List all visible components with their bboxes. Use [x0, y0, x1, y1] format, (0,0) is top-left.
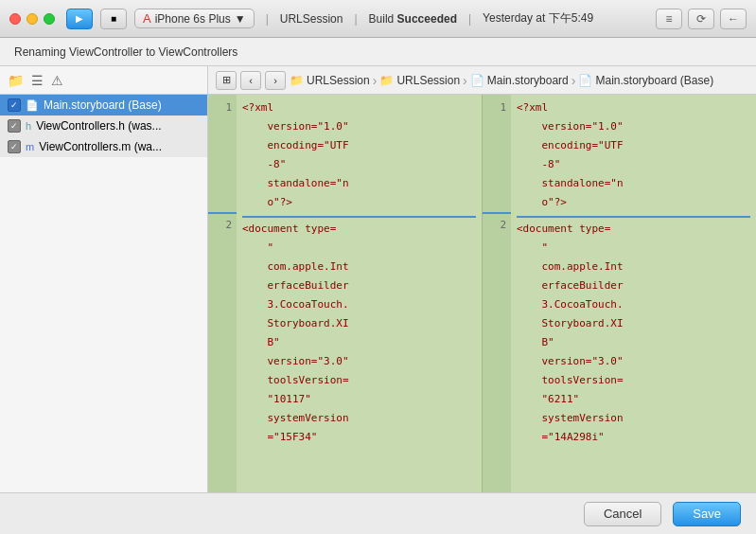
- sidebar: 📁 ☰ ⚠ ✓ 📄 Main.storyboard (Base) ✓ h Vie…: [0, 66, 208, 492]
- diff-right-line-7: <document type=: [517, 220, 750, 239]
- lines-icon: ≡: [665, 12, 672, 26]
- diff-right-line-10: erfaceBuilder: [517, 276, 750, 295]
- line-num-1-right: 1: [483, 98, 511, 117]
- folder-icon[interactable]: 📁: [8, 73, 24, 88]
- diff-right-line-3: encoding="UTF: [517, 136, 750, 155]
- list-icon[interactable]: ☰: [31, 73, 44, 88]
- line-num-1-left: 1: [208, 98, 237, 117]
- breadcrumb: 📁 URLSession › 📁 URLSession › 📄 Main.sto…: [290, 73, 713, 88]
- breadcrumb-sep-1: ›: [373, 73, 378, 88]
- prev-nav-button[interactable]: ‹: [240, 71, 261, 90]
- diff-left-line-15: toolsVersion=: [242, 371, 476, 390]
- warning-icon[interactable]: ⚠: [51, 73, 63, 88]
- diff-left-code[interactable]: <?xml version="1.0" encoding="UTF -8" st…: [237, 95, 482, 492]
- line-num-2-left: 2: [208, 212, 237, 231]
- grid-icon: ⊞: [222, 74, 231, 86]
- save-button[interactable]: Save: [673, 502, 741, 526]
- diff-left-line-5: standalone="n: [242, 174, 476, 193]
- sidebar-item-m[interactable]: ✓ m ViewControllers.m (wa...: [0, 136, 207, 157]
- close-button[interactable]: [9, 13, 21, 25]
- rotate-icon-button[interactable]: ⟳: [688, 9, 714, 29]
- m-file-icon: m: [26, 141, 34, 152]
- checkbox-m[interactable]: ✓: [8, 140, 21, 153]
- diff-nav: ⊞ ‹ › 📁 URLSession › 📁 URLSession › 📄 Ma…: [208, 66, 756, 95]
- next-icon: ›: [273, 75, 277, 86]
- breadcrumb-storyboard[interactable]: Main.storyboard: [487, 74, 569, 87]
- sidebar-toolbar: 📁 ☰ ⚠: [0, 66, 207, 95]
- diff-content: 1 2 <?xml version="1.0" encoding="UTF -8…: [208, 95, 756, 492]
- traffic-lights: [9, 13, 55, 25]
- diff-left-line-3: encoding="UTF: [242, 136, 476, 155]
- xcode-icon: A: [143, 11, 151, 26]
- next-nav-button[interactable]: ›: [265, 71, 286, 90]
- diff-left-line-6: o"?>: [242, 193, 476, 212]
- diff-left-block-2: <document type= " com.apple.Int erfaceBu…: [242, 216, 476, 447]
- diff-left-line-12: Storyboard.XI: [242, 314, 476, 333]
- diff-right-line-1: <?xml: [517, 98, 750, 117]
- diff-right-line-6: o"?>: [517, 193, 750, 212]
- diff-right-line-11: 3.CocoaTouch.: [517, 295, 750, 314]
- diff-left-pane: 1 2 <?xml version="1.0" encoding="UTF -8…: [208, 95, 482, 492]
- diff-right-line-14: version="3.0": [517, 352, 750, 371]
- diff-left-line-16: "10117": [242, 390, 476, 409]
- breadcrumb-group[interactable]: URLSession: [396, 74, 460, 87]
- breadcrumb-storyboard-base[interactable]: Main.storyboard (Base): [595, 74, 713, 87]
- line-num-2-right: 2: [483, 212, 511, 231]
- checkbox-storyboard[interactable]: ✓: [8, 98, 21, 112]
- diff-right-line-17: systemVersion: [517, 409, 750, 428]
- sidebar-item-storyboard[interactable]: ✓ 📄 Main.storyboard (Base): [0, 95, 207, 116]
- diff-left-line-17: systemVersion: [242, 409, 476, 428]
- diff-right-line-18: ="14A298i": [517, 428, 750, 447]
- titlebar-right-buttons: ≡ ⟳ ←: [656, 9, 747, 29]
- lines-icon-button[interactable]: ≡: [656, 9, 682, 29]
- diff-right-line-16: "6211": [517, 390, 750, 409]
- rotate-icon: ⟳: [696, 12, 706, 26]
- breadcrumb-project[interactable]: URLSession: [307, 74, 370, 87]
- scheme-selector[interactable]: A iPhone 6s Plus ▼: [134, 9, 255, 28]
- stop-button[interactable]: ■: [100, 9, 127, 29]
- diff-right-line-8: ": [517, 239, 750, 258]
- diff-left-line-14: version="3.0": [242, 352, 476, 371]
- m-label: ViewControllers.m (wa...: [39, 140, 200, 153]
- prev-icon: ‹: [249, 75, 253, 86]
- minimize-button[interactable]: [26, 13, 38, 25]
- maximize-button[interactable]: [44, 13, 55, 25]
- diff-right-code[interactable]: <?xml version="1.0" encoding="UTF -8" st…: [511, 95, 756, 492]
- header-file-icon: h: [26, 120, 31, 132]
- cancel-button[interactable]: Cancel: [584, 502, 661, 526]
- diff-right-line-13: B": [517, 333, 750, 352]
- diff-right-line-9: com.apple.Int: [517, 258, 750, 276]
- back-icon-button[interactable]: ←: [720, 9, 747, 29]
- separator-2: |: [354, 12, 357, 26]
- breadcrumb-sep-2: ›: [463, 73, 467, 88]
- build-succeeded: Succeeded: [397, 12, 457, 26]
- stop-icon: ■: [111, 13, 116, 24]
- checkbox-header[interactable]: ✓: [8, 119, 21, 133]
- diff-left-line-10: erfaceBuilder: [242, 276, 476, 295]
- diff-right-line-4: -8": [517, 155, 750, 174]
- storyboard-label: Main.storyboard (Base): [44, 98, 200, 112]
- diff-right-line-2: version="1.0": [517, 117, 750, 136]
- play-button[interactable]: ▶: [66, 9, 93, 29]
- grid-view-icon[interactable]: ⊞: [216, 71, 237, 90]
- diff-right-block-1: <?xml version="1.0" encoding="UTF -8" st…: [517, 98, 750, 212]
- diff-right-line-5: standalone="n: [517, 174, 750, 193]
- device-label: iPhone 6s Plus: [155, 12, 231, 26]
- diff-right-pane: 1 2 <?xml version="1.0" encoding="UTF -8…: [483, 95, 756, 492]
- back-icon: ←: [728, 12, 739, 26]
- bottom-bar: Cancel Save: [0, 492, 756, 534]
- diff-left-line-9: com.apple.Int: [242, 258, 476, 276]
- diff-right-line-12: Storyboard.XI: [517, 314, 750, 333]
- diff-left-line-13: B": [242, 333, 476, 352]
- diff-left-line-numbers: 1 2: [208, 95, 237, 492]
- sidebar-file-list: ✓ 📄 Main.storyboard (Base) ✓ h ViewContr…: [0, 95, 207, 492]
- folder-icon-2: 📁: [379, 74, 394, 87]
- sidebar-item-header[interactable]: ✓ h ViewControllers.h (was...: [0, 116, 207, 136]
- diff-left-line-2: version="1.0": [242, 117, 476, 136]
- main-content: 📁 ☰ ⚠ ✓ 📄 Main.storyboard (Base) ✓ h Vie…: [0, 66, 756, 492]
- diff-left-line-11: 3.CocoaTouch.: [242, 295, 476, 314]
- separator-3: |: [468, 12, 471, 26]
- diff-right-line-15: toolsVersion=: [517, 371, 750, 390]
- diff-left-line-7: <document type=: [242, 220, 476, 239]
- storyboard-file-icon: 📄: [26, 99, 39, 112]
